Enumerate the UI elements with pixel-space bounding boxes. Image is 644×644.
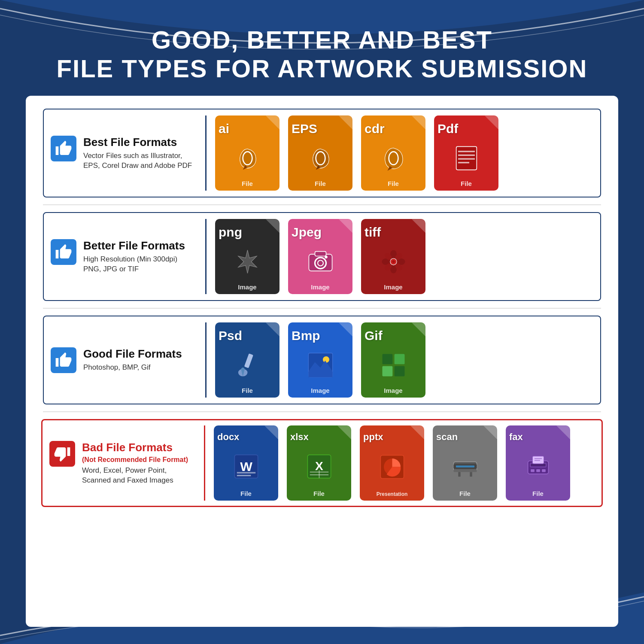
svg-rect-31 <box>382 366 392 377</box>
file-label-pptx: Presentation <box>377 491 408 497</box>
file-ext-xlsx: xlsx <box>290 431 309 443</box>
thumbs-up-icon-3 <box>55 352 72 369</box>
file-label-scan: File <box>459 490 471 497</box>
flower-svg <box>380 248 407 276</box>
file-icon-gif: Gif Image <box>361 322 425 398</box>
good-divider <box>205 322 207 398</box>
file-icon-png: png Image <box>215 219 279 294</box>
file-icon-tiff: tiff <box>361 219 425 294</box>
svg-point-28 <box>322 356 329 363</box>
separator-1 <box>43 204 601 205</box>
content-area: Best File Formats Vector Files such as I… <box>26 96 618 627</box>
excel-svg: X <box>305 453 333 480</box>
better-icons: png Image Jpeg <box>215 219 593 294</box>
file-inner-psd <box>232 350 262 380</box>
pen-svg-ai <box>234 144 261 172</box>
title-section: GOOD, BETTER AND BEST FILE TYPES FOR ART… <box>57 26 588 83</box>
svg-rect-49 <box>470 472 472 477</box>
best-icons: ai File EPS <box>215 115 593 191</box>
best-format-row: Best File Formats Vector Files such as I… <box>43 109 601 197</box>
better-label-area: Better File Formats High Resolution (Min… <box>83 239 185 275</box>
file-ext-pptx: pptx <box>363 431 383 443</box>
file-ext-fax: fax <box>509 431 523 443</box>
separator-3 <box>43 411 601 412</box>
file-inner-xlsx: X <box>304 451 334 481</box>
svg-rect-47 <box>453 469 477 472</box>
file-inner-png <box>232 246 262 276</box>
file-icon-docx: docx W File <box>214 425 278 501</box>
file-label-tiff: Image <box>384 283 402 291</box>
file-icon-pdf: Pdf File <box>434 115 498 191</box>
svg-rect-25 <box>244 353 253 368</box>
file-icon-eps: EPS File <box>288 115 352 191</box>
svg-rect-46 <box>456 465 474 467</box>
file-inner-cdr <box>378 143 408 173</box>
thumbs-down-icon <box>54 445 71 462</box>
svg-rect-55 <box>542 469 546 472</box>
bad-desc: Word, Excel, Power Point,Scanned and Fax… <box>82 465 188 486</box>
svg-rect-56 <box>532 456 544 464</box>
better-format-row: Better File Formats High Resolution (Min… <box>43 212 601 301</box>
fax-svg <box>524 453 552 480</box>
bad-label-area: Bad File Formats (Not Recommended File F… <box>82 441 188 486</box>
file-icon-scan: scan File <box>433 425 497 501</box>
file-ext-scan: scan <box>436 431 458 443</box>
file-label-cdr: File <box>388 180 399 187</box>
file-inner-eps <box>305 143 335 173</box>
svg-point-24 <box>392 260 395 263</box>
good-left: Good File Formats Photoshop, BMP, Gif <box>51 347 197 373</box>
file-inner-pdf <box>451 143 481 173</box>
svg-rect-6 <box>458 158 475 159</box>
file-inner-jpeg <box>305 246 335 276</box>
file-ext-jpeg: Jpeg <box>292 225 322 240</box>
file-inner-ai <box>232 143 262 173</box>
good-desc: Photoshop, BMP, Gif <box>83 362 182 373</box>
good-icons: Psd File Bmp <box>215 322 593 398</box>
file-inner-tiff <box>378 246 408 276</box>
file-inner-scan <box>450 451 480 481</box>
file-label-jpeg: Image <box>311 283 329 291</box>
file-label-png: Image <box>238 283 256 291</box>
bad-format-row: Bad File Formats (Not Recommended File F… <box>41 419 603 507</box>
file-inner-bmp <box>305 350 335 380</box>
pen-svg-eps <box>307 144 334 172</box>
file-ext-docx: docx <box>217 431 239 443</box>
ppt-svg <box>378 453 406 481</box>
file-label-xlsx: File <box>313 490 325 497</box>
good-label-area: Good File Formats Photoshop, BMP, Gif <box>83 347 182 373</box>
file-icon-jpeg: Jpeg Image <box>288 219 352 294</box>
file-ext-gif: Gif <box>365 328 383 343</box>
svg-rect-48 <box>458 472 460 477</box>
pdf-svg <box>453 144 480 172</box>
grid-svg <box>380 351 407 379</box>
svg-rect-36 <box>237 475 251 476</box>
file-label-gif: Image <box>384 387 402 394</box>
svg-rect-29 <box>382 354 392 364</box>
good-label: Good File Formats <box>83 347 182 361</box>
bad-icons: docx W File xlsx <box>214 425 595 501</box>
file-icon-fax: fax <box>506 425 570 501</box>
svg-rect-5 <box>458 155 475 156</box>
file-inner-fax <box>523 451 553 481</box>
best-left: Best File Formats Vector Files such as I… <box>51 136 197 171</box>
file-label-eps: File <box>315 180 326 187</box>
best-label: Best File Formats <box>83 136 192 149</box>
svg-text:W: W <box>240 459 252 474</box>
better-divider <box>205 219 207 294</box>
best-desc: Vector Files such as Illustrator,EPS, Co… <box>83 151 192 171</box>
svg-rect-52 <box>531 464 546 467</box>
good-thumb-icon <box>51 347 76 373</box>
bad-label: Bad File Formats <box>82 441 188 454</box>
camera-svg <box>307 248 334 276</box>
file-inner-gif <box>378 350 408 380</box>
bad-thumb-icon <box>49 441 75 467</box>
thumbs-up-icon <box>55 140 72 157</box>
file-icon-pptx: pptx Presentation <box>360 425 424 501</box>
mountain-svg <box>307 351 334 379</box>
file-icon-psd: Psd File <box>215 322 279 398</box>
best-thumb-icon <box>51 136 76 161</box>
file-label-docx: File <box>240 490 252 497</box>
file-ext-bmp: Bmp <box>292 328 320 343</box>
bad-sub-label: (Not Recommended File Format) <box>82 456 188 464</box>
file-label-bmp: Image <box>311 387 329 394</box>
